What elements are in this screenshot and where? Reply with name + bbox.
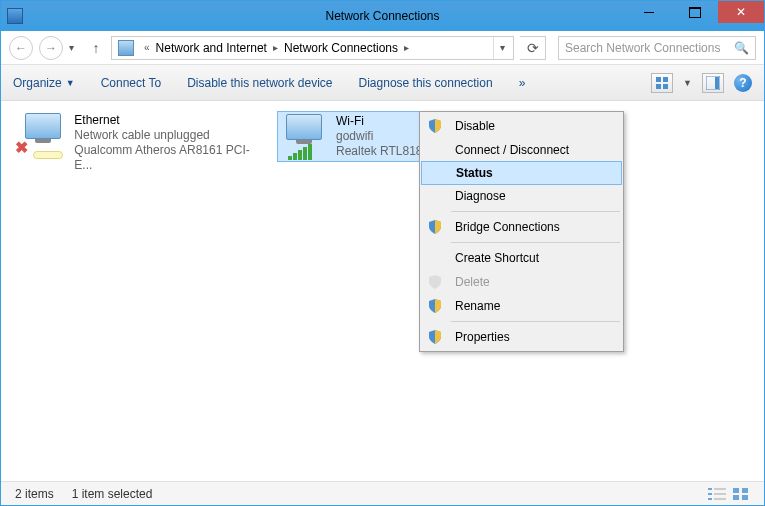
svg-rect-1 (663, 77, 668, 82)
help-button[interactable]: ? (734, 74, 752, 92)
command-bar: Organize▼ Connect To Disable this networ… (1, 65, 764, 101)
menu-connect-disconnect[interactable]: Connect / Disconnect (421, 138, 622, 162)
svg-rect-0 (656, 77, 661, 82)
separator (451, 242, 620, 243)
close-button[interactable]: ✕ (718, 1, 764, 23)
minimize-button[interactable] (626, 1, 672, 23)
breadcrumb-segment[interactable]: Network and Internet (152, 37, 271, 59)
chevron-down-icon[interactable]: ▼ (683, 78, 692, 88)
adapter-device: Qualcomm Atheros AR8161 PCI-E... (74, 143, 265, 173)
shield-icon (427, 329, 443, 345)
content-area: ✖ Ethernet Network cable unplugged Qualc… (1, 101, 764, 479)
organize-button[interactable]: Organize▼ (13, 76, 75, 90)
adapter-ethernet[interactable]: ✖ Ethernet Network cable unplugged Qualc… (17, 111, 267, 175)
address-dropdown[interactable]: ▾ (493, 37, 511, 59)
shield-icon (427, 118, 443, 134)
back-button[interactable]: ← (9, 36, 33, 60)
ethernet-icon: ✖ (19, 113, 66, 153)
menu-delete: Delete (421, 270, 622, 294)
item-count: 2 items (15, 487, 54, 501)
svg-rect-7 (714, 488, 726, 490)
connect-to-button[interactable]: Connect To (101, 76, 162, 90)
navigation-bar: ← → ▾ ↑ « Network and Internet ▸ Network… (1, 31, 764, 65)
menu-bridge[interactable]: Bridge Connections (421, 215, 622, 239)
adapter-name: Ethernet (74, 113, 265, 128)
shield-icon (427, 219, 443, 235)
window-title: Network Connections (325, 9, 439, 23)
view-controls: ▼ ? (651, 73, 752, 93)
menu-create-shortcut[interactable]: Create Shortcut (421, 246, 622, 270)
large-icons-view-button[interactable] (732, 487, 750, 501)
menu-disable[interactable]: Disable (421, 114, 622, 138)
svg-rect-9 (714, 493, 726, 495)
view-options-button[interactable] (651, 73, 673, 93)
svg-rect-3 (663, 84, 668, 89)
titlebar: Network Connections ✕ (1, 1, 764, 31)
separator (451, 211, 620, 212)
menu-diagnose[interactable]: Diagnose (421, 184, 622, 208)
disable-device-button[interactable]: Disable this network device (187, 76, 332, 90)
search-input[interactable]: Search Network Connections 🔍 (558, 36, 756, 60)
svg-rect-13 (742, 488, 748, 493)
svg-rect-2 (656, 84, 661, 89)
svg-rect-5 (715, 77, 719, 89)
menu-properties[interactable]: Properties (421, 325, 622, 349)
chevron-icon: ▸ (271, 42, 280, 53)
svg-rect-8 (708, 493, 712, 495)
svg-rect-6 (708, 488, 712, 490)
menu-status[interactable]: Status (421, 161, 622, 185)
chevron-icon: ▸ (402, 42, 411, 53)
diagnose-button[interactable]: Diagnose this connection (359, 76, 493, 90)
selection-count: 1 item selected (72, 487, 153, 501)
address-bar[interactable]: « Network and Internet ▸ Network Connect… (111, 36, 514, 60)
shield-icon (427, 298, 443, 314)
preview-pane-button[interactable] (702, 73, 724, 93)
forward-button[interactable]: → (39, 36, 63, 60)
maximize-button[interactable] (672, 1, 718, 23)
menu-rename[interactable]: Rename (421, 294, 622, 318)
svg-rect-11 (714, 498, 726, 500)
wifi-icon (280, 114, 328, 154)
status-bar: 2 items 1 item selected (1, 481, 764, 505)
separator (451, 321, 620, 322)
svg-rect-10 (708, 498, 712, 500)
location-icon (118, 40, 134, 56)
window-controls: ✕ (626, 1, 764, 31)
adapter-status: Network cable unplugged (74, 128, 265, 143)
details-view-button[interactable] (708, 487, 726, 501)
chevron-down-icon: ▼ (66, 78, 75, 88)
chevron-icon: « (142, 42, 152, 53)
shield-icon (427, 274, 443, 290)
search-placeholder: Search Network Connections (565, 41, 720, 55)
svg-rect-14 (733, 495, 739, 500)
context-menu: Disable Connect / Disconnect Status Diag… (419, 111, 624, 352)
more-commands[interactable]: » (519, 76, 526, 90)
app-icon (7, 8, 23, 24)
svg-rect-12 (733, 488, 739, 493)
breadcrumb-segment[interactable]: Network Connections (280, 37, 402, 59)
svg-rect-15 (742, 495, 748, 500)
refresh-button[interactable]: ⟳ (520, 36, 546, 60)
search-icon: 🔍 (734, 41, 749, 55)
history-dropdown[interactable]: ▾ (69, 42, 81, 53)
up-button[interactable]: ↑ (87, 39, 105, 57)
